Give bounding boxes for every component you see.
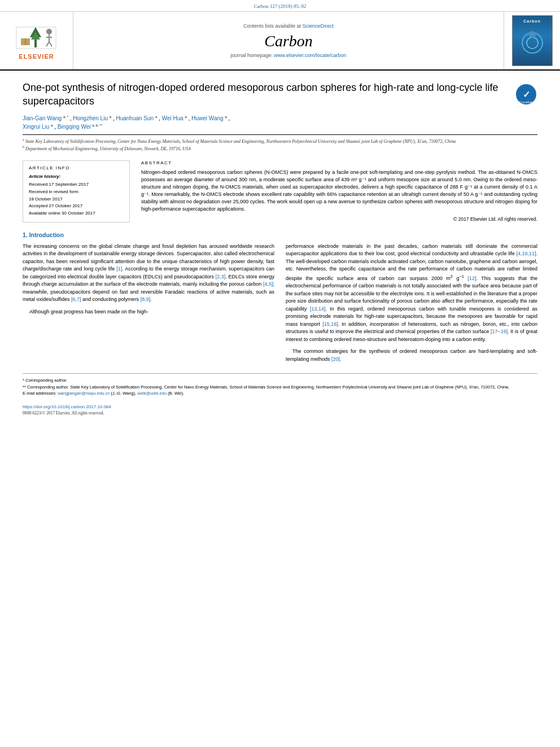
email-line: E-mail addresses: wangjiangan@nwpu.edu.c… (23, 390, 537, 396)
affil-b-text: Department of Mechanical Engineering, Un… (25, 146, 191, 151)
available-date: Available online 30 October 2017 (29, 210, 124, 217)
doi-link[interactable]: https://doi.org/10.1016/j.carbon.2017.10… (23, 404, 537, 409)
journal-info: Contents lists available at ScienceDirec… (73, 12, 504, 69)
svg-line-7 (46, 42, 49, 46)
affiliations: a State Key Laboratory of Solidification… (23, 134, 537, 152)
email2-name: (B. Wei). (168, 391, 184, 396)
info-abstract-section: ARTICLE INFO Article history: Received 1… (23, 160, 537, 222)
email1: wangjiangan@nwpu.edu.cn (58, 391, 110, 396)
issn-line: 0008-6223/© 2017 Elsevier, All rights re… (23, 410, 537, 416)
sciencedirect-pre: Contents lists available at (243, 23, 303, 29)
abstract-col: ABSTRACT Nitrogen-doped ordered mesoporo… (141, 160, 537, 222)
copyright-line: © 2017 Elsevier Ltd. All rights reserved… (141, 216, 537, 222)
citation-text: Carbon 127 (2018) 85–92 (253, 3, 306, 9)
email-label: E-mail addresses: (23, 391, 56, 396)
sciencedirect-link: ScienceDirect (303, 23, 334, 29)
svg-point-4 (46, 29, 52, 34)
author-xingrui: Xingrui Liu (23, 124, 49, 130)
title-section: One-pot synthesis of nitrogen-doped orde… (23, 81, 537, 108)
affil-a: a State Key Laboratory of Solidification… (23, 137, 537, 145)
doi-bar: https://doi.org/10.1016/j.carbon.2017.10… (23, 404, 537, 409)
email2: weib@udel.edu (137, 391, 167, 396)
author-sep5: , (229, 115, 230, 121)
svg-line-8 (49, 42, 52, 46)
elsevier-tree-icon (15, 21, 58, 51)
intro-rp2: The common strategies for the synthesis … (286, 348, 537, 363)
cover-title-text: Carbon (523, 19, 541, 23)
footnote-dstar: ** Corresponding author. State Key Labor… (23, 384, 537, 390)
intro-p2: Although great progress has been made on… (23, 308, 274, 316)
footnote-star: * Corresponding author. (23, 377, 537, 383)
svg-point-12 (527, 37, 538, 49)
crossmark-svg: ✓ CrossMark (515, 83, 537, 106)
footnotes-section: * Corresponding author. ** Corresponding… (23, 373, 537, 396)
article-body: One-pot synthesis of nitrogen-doped orde… (0, 71, 560, 427)
intro-left-col: The increasing concerns on the global cl… (23, 243, 274, 368)
journal-citation: Carbon 127 (2018) 85–92 (0, 0, 560, 12)
intro-heading: 1. Introduction (23, 231, 537, 238)
affil-a-text: State Key Laboratory of Solidification P… (25, 138, 456, 143)
author-jiangang: Jian-Gan Wang (23, 115, 62, 121)
received-revised-label: Received in revised form (29, 189, 124, 196)
article-title: One-pot synthesis of nitrogen-doped orde… (23, 81, 504, 108)
affil-b: b Department of Mechanical Engineering, … (23, 145, 537, 152)
author-hongzhen: Hongzhen Liu (73, 115, 108, 121)
svg-point-13 (529, 31, 536, 38)
cover-image: Carbon (512, 15, 553, 66)
author-huanhuan: Huanhuan Sun (116, 115, 154, 121)
footnote-dstar-text: ** Corresponding author. State Key Labor… (23, 385, 509, 390)
revised-date: 18 October 2017 (29, 196, 124, 203)
article-history-label: Article history: (29, 174, 124, 179)
homepage-link: www.elsevier.com/locate/carbon (274, 53, 347, 58)
intro-right-col: performance electrode materials in the p… (286, 243, 537, 368)
page: Carbon 127 (2018) 85–92 (0, 0, 560, 747)
homepage-pre: journal homepage: (230, 53, 274, 58)
elsevier-label: ELSEVIER (19, 53, 54, 60)
author-weihua: Wei Hua (162, 115, 183, 121)
received-date: Received 17 September 2017 (29, 181, 124, 189)
author-huwei: Huwei Wang (191, 115, 223, 121)
journal-name: Carbon (264, 32, 313, 50)
intro-p1: The increasing concerns on the global cl… (23, 243, 274, 304)
email1-name: (J.-G. Wang), (111, 391, 136, 396)
journal-homepage: journal homepage: www.elsevier.com/locat… (230, 53, 346, 58)
article-info-box: ARTICLE INFO Article history: Received 1… (23, 160, 130, 222)
journal-cover: Carbon (504, 12, 560, 69)
cover-graphic (515, 23, 549, 57)
abstract-heading: ABSTRACT (141, 160, 537, 165)
article-info-heading: ARTICLE INFO (29, 165, 124, 171)
sciencedirect-line: Contents lists available at ScienceDirec… (243, 23, 334, 29)
svg-text:✓: ✓ (523, 90, 530, 99)
accepted-date: Accepted 27 October 2017 (29, 203, 124, 210)
intro-rp1: performance electrode materials in the p… (286, 243, 537, 344)
journal-header: ELSEVIER Contents lists available at Sci… (0, 12, 560, 71)
elsevier-logo-area: ELSEVIER (0, 12, 73, 69)
article-info-col: ARTICLE INFO Article history: Received 1… (23, 160, 130, 222)
intro-body: The increasing concerns on the global cl… (23, 243, 537, 368)
abstract-text: Nitrogen-doped ordered mesoporous carbon… (141, 169, 537, 213)
svg-rect-1 (34, 40, 37, 47)
svg-text:CrossMark: CrossMark (519, 101, 533, 104)
author-bingqing: Bingqing Wei (58, 124, 91, 130)
crossmark-icon[interactable]: ✓ CrossMark (515, 83, 537, 106)
authors-line: Jian-Gan Wang a, * , Hongzhen Liu a , Hu… (23, 114, 537, 131)
footnote-star-text: * Corresponding author. (23, 378, 67, 383)
introduction-section: 1. Introduction The increasing concerns … (23, 231, 537, 368)
